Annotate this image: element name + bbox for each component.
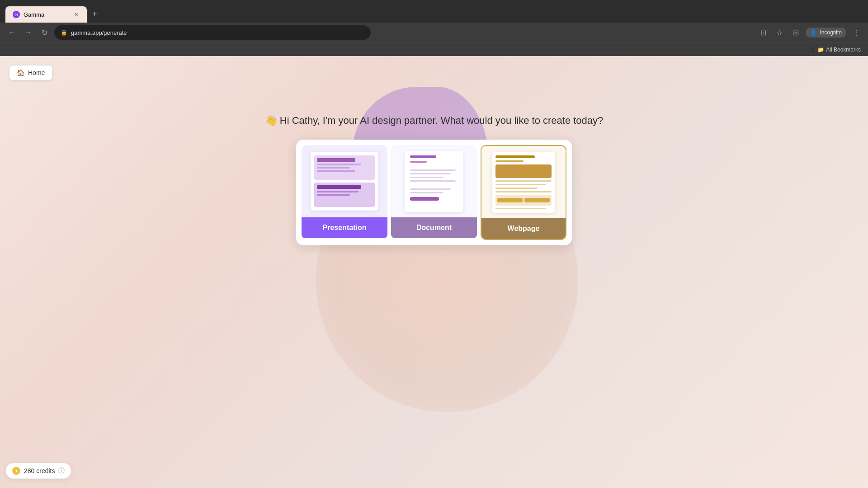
web-text-1: [495, 180, 552, 182]
cards-container: Presentation Document: [296, 140, 572, 245]
doc-divider-1: [410, 166, 458, 166]
home-icon: 🏠: [17, 69, 24, 76]
web-card-mini-1: [497, 198, 523, 202]
pres-line-3: [317, 170, 355, 172]
web-header-2: [495, 160, 524, 162]
document-mockup: [405, 151, 463, 212]
doc-line-5: [410, 188, 451, 190]
doc-line-1: [410, 169, 456, 171]
pres-title-bar: [317, 158, 355, 162]
document-card[interactable]: Document: [391, 145, 477, 240]
menu-button[interactable]: ⋮: [850, 26, 863, 39]
credits-coin-icon: ✦: [12, 467, 20, 475]
pres-bottom-line-1: [317, 191, 359, 192]
pres-bottom-title: [317, 185, 361, 189]
web-cards-section: [495, 195, 552, 206]
greeting-container: 👋 Hi Cathy, I'm your AI design partner. …: [265, 115, 604, 127]
webpage-label: Webpage: [481, 218, 566, 239]
camera-icon[interactable]: ⊡: [757, 26, 769, 39]
profile-label: Incognito: [820, 29, 842, 36]
presentation-mockup: [311, 152, 378, 211]
new-tab-button[interactable]: +: [89, 8, 101, 21]
pres-text-lines: [317, 164, 372, 172]
pres-slide-bottom: [314, 183, 375, 207]
pres-bottom-lines: [317, 191, 372, 196]
bookmark-separator: |: [812, 46, 814, 54]
webpage-mockup: [492, 152, 555, 213]
presentation-preview: [302, 145, 387, 217]
bookmarks-label: All Bookmarks: [826, 47, 861, 53]
bookmarks-bar: | 📁 All Bookmarks: [0, 42, 868, 56]
doc-line-2: [410, 173, 451, 174]
tab-favicon: G: [13, 11, 20, 18]
credits-info-icon[interactable]: ⓘ: [58, 467, 65, 475]
profile-icon: 👤: [810, 29, 817, 36]
document-label: Document: [391, 217, 477, 238]
credits-bar: ✦ 280 credits ⓘ: [5, 463, 71, 479]
tab-close-button[interactable]: ✕: [72, 11, 80, 18]
home-label: Home: [28, 69, 45, 76]
web-header: [495, 155, 535, 158]
web-text-5: [495, 208, 546, 209]
document-preview: [391, 145, 477, 217]
presentation-card[interactable]: Presentation: [302, 145, 387, 240]
active-tab[interactable]: G Gamma ✕: [5, 6, 87, 23]
web-hero-block: [495, 164, 552, 178]
profile-button[interactable]: 👤 Incognito: [806, 28, 846, 38]
doc-divider-2: [410, 185, 458, 185]
doc-title-bar: [410, 155, 436, 158]
greeting-text: 👋 Hi Cathy, I'm your AI design partner. …: [265, 115, 604, 127]
reload-button[interactable]: ↻: [38, 26, 51, 39]
all-bookmarks[interactable]: 📁 All Bookmarks: [817, 47, 861, 53]
page-content: 🏠 Home 👋 Hi Cathy, I'm your AI design pa…: [0, 56, 868, 488]
webpage-preview: [481, 146, 566, 218]
pres-slide-top: [314, 155, 375, 180]
forward-button[interactable]: →: [22, 26, 34, 39]
presentation-label: Presentation: [302, 217, 387, 238]
back-button[interactable]: ←: [5, 26, 18, 39]
pres-bottom-line-2: [317, 194, 350, 196]
credits-text: 280 credits: [24, 467, 55, 474]
web-text-3: [495, 188, 538, 189]
doc-line-6: [410, 192, 443, 193]
doc-subtitle-bar: [410, 161, 427, 163]
pres-line-2: [317, 167, 350, 169]
doc-line-3: [410, 177, 443, 178]
tab-title: Gamma: [24, 11, 69, 18]
tab-list: G Gamma ✕ +: [5, 0, 101, 23]
address-bar[interactable]: 🔒 gamma.app/generate: [54, 25, 371, 40]
browser-tab-bar: G Gamma ✕ +: [0, 0, 868, 23]
bookmarks-folder-icon: 📁: [817, 47, 824, 53]
sidebar-icon[interactable]: ⊞: [789, 26, 802, 39]
doc-btn-bar: [410, 197, 439, 201]
lock-icon: 🔒: [61, 29, 67, 36]
pres-line-1: [317, 164, 361, 165]
web-text-4: [495, 191, 552, 192]
url-text: gamma.app/generate: [71, 29, 127, 36]
doc-line-4: [410, 180, 456, 182]
web-text-2: [495, 184, 546, 185]
nav-right-controls: ⊡ ☆ ⊞ 👤 Incognito ⋮: [757, 26, 863, 39]
web-card-mini-2: [524, 198, 550, 202]
star-icon[interactable]: ☆: [773, 26, 786, 39]
home-button[interactable]: 🏠 Home: [9, 65, 52, 80]
browser-nav-bar: ← → ↻ 🔒 gamma.app/generate ⊡ ☆ ⊞ 👤 Incog…: [0, 23, 868, 42]
webpage-card[interactable]: Webpage: [481, 145, 566, 240]
